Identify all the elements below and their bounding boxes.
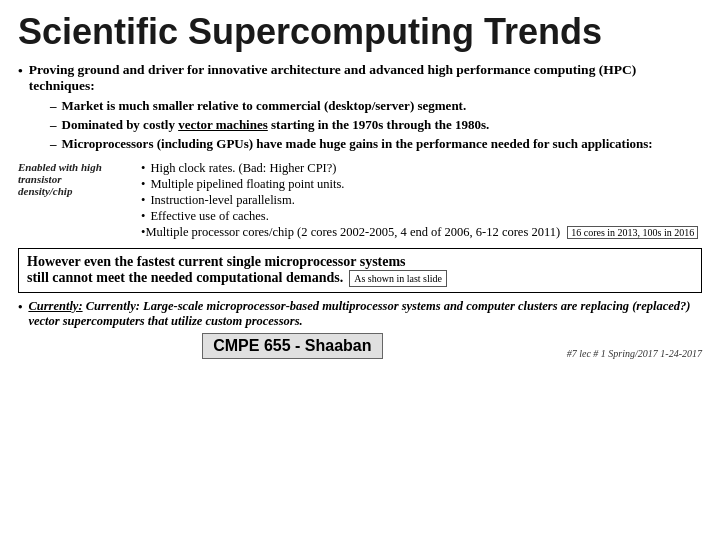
side-label: Enabled with high transistor density/chi…	[18, 161, 113, 197]
slide-title: Scientific Supercomputing Trends	[18, 12, 702, 52]
nested-item-5-text: Multiple processor cores/chip (2 cores 2…	[145, 225, 698, 240]
however-line2: still cannot meet the needed computation…	[27, 270, 343, 286]
dash-2: –	[50, 117, 57, 133]
nested-item-4: • Effective use of caches.	[141, 209, 702, 224]
nested-items: • High clock rates. (Bad: Higher CPI?) •…	[113, 159, 702, 241]
bullet-dot-1: •	[18, 63, 23, 79]
nested-item-3: • Instruction-level parallelism.	[141, 193, 702, 208]
slide-content: • Proving ground and driver for innovati…	[18, 62, 702, 530]
sub-bullet-1: – Market is much smaller relative to com…	[50, 98, 702, 114]
bullet-dot-2: •	[18, 300, 22, 315]
nested-item-1-text: High clock rates. (Bad: Higher CPI?)	[150, 161, 336, 176]
bullet-1: • Proving ground and driver for innovati…	[18, 62, 702, 94]
sub-bullets: – Market is much smaller relative to com…	[50, 98, 702, 155]
however-line2-row: still cannot meet the needed computation…	[27, 270, 693, 287]
sub-bullet-3: – Microprocessors (including GPUs) have …	[50, 136, 702, 152]
nested-item-2: • Multiple pipelined floating point unit…	[141, 177, 702, 192]
cmpe-badge: CMPE 655 - Shaaban	[202, 333, 382, 359]
however-box: However even the fastest current single …	[18, 248, 702, 293]
sub-bullet-2-text: Dominated by costly vector machines star…	[62, 117, 490, 133]
nested-item-4-text: Effective use of caches.	[150, 209, 268, 224]
bullet-1-text: Proving ground and driver for innovative…	[29, 62, 702, 94]
nested-item-2-text: Multiple pipelined floating point units.	[150, 177, 344, 192]
as-shown-badge: As shown in last slide	[349, 270, 447, 287]
sub-bullet-1-text: Market is much smaller relative to comme…	[62, 98, 467, 114]
footer: CMPE 655 - Shaaban #7 lec # 1 Spring/201…	[18, 333, 702, 359]
slide: Scientific Supercomputing Trends • Provi…	[0, 0, 720, 540]
nested-row: Enabled with high transistor density/chi…	[18, 159, 702, 241]
bullet-2: • Currently: Currently: Large-scale micr…	[18, 299, 702, 329]
sub-bullet-3-text: Microprocessors (including GPUs) have ma…	[62, 136, 653, 152]
bullet-2-text: Currently: Currently: Large-scale microp…	[28, 299, 702, 329]
nested-bullets: • High clock rates. (Bad: Higher CPI?) •…	[141, 161, 702, 240]
dash-1: –	[50, 98, 57, 114]
slide-info: #7 lec # 1 Spring/2017 1-24-2017	[567, 348, 702, 359]
however-line1: However even the fastest current single …	[27, 254, 693, 270]
dash-3: –	[50, 136, 57, 152]
nested-item-3-text: Instruction-level parallelism.	[150, 193, 294, 208]
nested-item-1: • High clock rates. (Bad: Higher CPI?)	[141, 161, 702, 176]
nested-item-5: • Multiple processor cores/chip (2 cores…	[141, 225, 702, 240]
cores-badge: 16 cores in 2013, 100s in 2016	[567, 226, 698, 239]
sub-bullet-2: – Dominated by costly vector machines st…	[50, 117, 702, 133]
however-text: However even the fastest current single …	[27, 254, 693, 287]
